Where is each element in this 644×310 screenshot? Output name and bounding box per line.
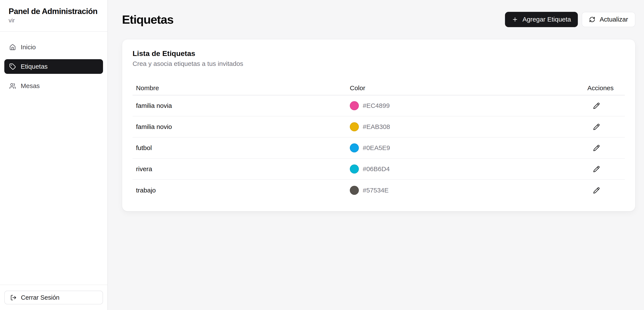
table-row: familia novio #EAB308 — [132, 116, 625, 138]
etiqueta-actions-cell — [569, 183, 625, 198]
column-header-color: Color — [346, 84, 569, 92]
etiqueta-actions-cell — [569, 161, 625, 177]
etiqueta-actions-cell — [569, 140, 625, 156]
edit-etiqueta-button[interactable] — [588, 140, 604, 156]
refresh-label: Actualizar — [600, 16, 628, 23]
etiqueta-color-cell: #0EA5E9 — [346, 143, 569, 152]
sidebar-header: Panel de Administración vir — [0, 0, 107, 32]
table-row: trabajo #57534E — [132, 180, 625, 201]
etiqueta-actions-cell — [569, 119, 625, 135]
color-swatch — [350, 143, 359, 152]
card-subtitle: Crea y asocia etiquetas a tus invitados — [132, 60, 625, 68]
table-row: familia novia #EC4899 — [132, 95, 625, 116]
etiqueta-color-cell: #06B6D4 — [346, 164, 569, 174]
log-out-icon — [10, 295, 16, 301]
color-hex: #0EA5E9 — [363, 144, 390, 152]
sidebar-item-label: Mesas — [21, 82, 40, 90]
sidebar-nav: Inicio Etiquetas Mesas — [0, 32, 107, 285]
logout-label: Cerrar Sesión — [21, 294, 60, 301]
color-swatch — [350, 122, 359, 131]
etiquetas-table: Nombre Color Acciones familia novia #EC4… — [132, 81, 625, 201]
etiqueta-color-cell: #EC4899 — [346, 101, 569, 110]
edit-etiqueta-button[interactable] — [588, 183, 604, 198]
color-hex: #06B6D4 — [363, 165, 390, 173]
page-header: Etiquetas Agregar Etiqueta — [122, 11, 636, 28]
users-icon — [9, 83, 16, 89]
add-etiqueta-button[interactable]: Agregar Etiqueta — [505, 12, 578, 27]
pencil-icon — [593, 145, 600, 151]
sidebar: Panel de Administración vir Inicio Etiqu… — [0, 0, 108, 310]
etiqueta-name: familia novio — [132, 123, 346, 130]
column-header-nombre: Nombre — [132, 84, 346, 92]
edit-etiqueta-button[interactable] — [588, 98, 604, 113]
sidebar-item-inicio[interactable]: Inicio — [4, 40, 103, 54]
column-header-acciones: Acciones — [569, 84, 625, 92]
plus-icon — [512, 16, 518, 22]
sidebar-footer: Cerrar Sesión — [0, 285, 107, 310]
etiquetas-card: Lista de Etiquetas Crea y asocia etiquet… — [122, 39, 636, 211]
etiqueta-actions-cell — [569, 98, 625, 113]
color-swatch — [350, 164, 359, 174]
logout-button[interactable]: Cerrar Sesión — [4, 291, 103, 305]
card-title: Lista de Etiquetas — [132, 49, 625, 58]
table-row: rivera #06B6D4 — [132, 159, 625, 180]
color-hex: #EAB308 — [363, 123, 390, 130]
color-swatch — [350, 186, 359, 195]
pencil-icon — [593, 124, 600, 130]
table-header-row: Nombre Color Acciones — [132, 81, 625, 95]
home-icon — [9, 44, 16, 51]
edit-etiqueta-button[interactable] — [588, 161, 604, 177]
pencil-icon — [593, 187, 600, 194]
app-subtitle: vir — [8, 17, 99, 24]
sidebar-item-label: Inicio — [21, 43, 36, 51]
sidebar-item-label: Etiquetas — [21, 63, 48, 70]
main-content: Etiquetas Agregar Etiqueta — [108, 0, 644, 310]
etiqueta-name: trabajo — [132, 187, 346, 194]
refresh-button[interactable]: Actualizar — [582, 12, 636, 27]
page-title: Etiquetas — [122, 12, 174, 26]
refresh-icon — [589, 16, 595, 22]
add-etiqueta-label: Agregar Etiqueta — [522, 16, 571, 23]
pencil-icon — [593, 166, 600, 172]
table-row: futbol #0EA5E9 — [132, 138, 625, 159]
etiqueta-name: familia novia — [132, 102, 346, 109]
color-hex: #57534E — [363, 187, 388, 194]
color-hex: #EC4899 — [363, 102, 390, 109]
pencil-icon — [593, 102, 600, 109]
etiqueta-color-cell: #EAB308 — [346, 122, 569, 131]
etiqueta-color-cell: #57534E — [346, 186, 569, 195]
sidebar-item-etiquetas[interactable]: Etiquetas — [4, 59, 103, 74]
header-actions: Agregar Etiqueta Actualizar — [505, 12, 636, 27]
app-title: Panel de Administración — [8, 6, 99, 16]
etiqueta-name: rivera — [132, 165, 346, 173]
etiqueta-name: futbol — [132, 144, 346, 152]
color-swatch — [350, 101, 359, 110]
tag-icon — [9, 63, 16, 70]
edit-etiqueta-button[interactable] — [588, 119, 604, 135]
table-body: familia novia #EC4899 familia novio #EAB… — [132, 95, 625, 201]
sidebar-item-mesas[interactable]: Mesas — [4, 79, 103, 93]
